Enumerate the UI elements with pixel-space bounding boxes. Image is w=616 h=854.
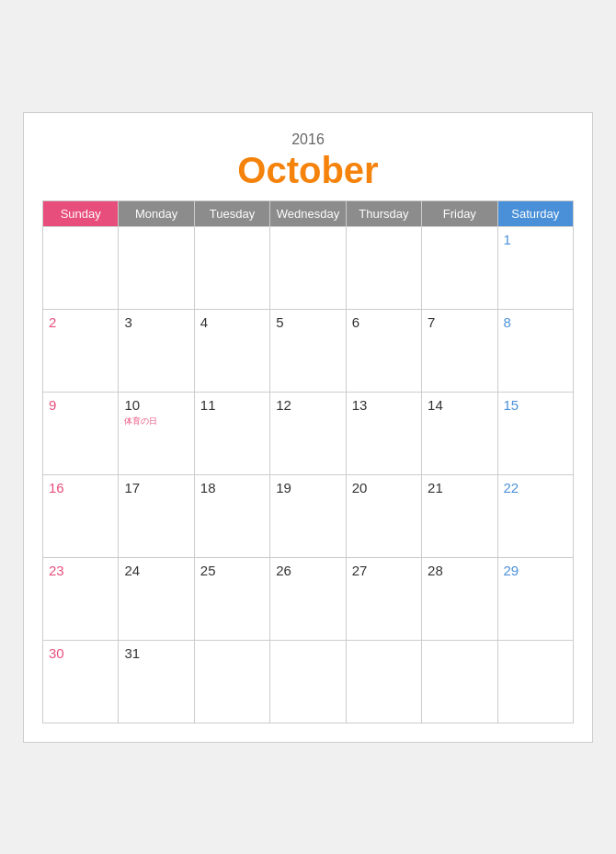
calendar-cell: 11 <box>194 392 269 474</box>
day-number: 26 <box>276 563 291 578</box>
day-number: 5 <box>276 314 283 330</box>
calendar-cell: 19 <box>270 474 346 557</box>
day-number: 3 <box>124 314 131 330</box>
weekday-header-sunday: Sunday <box>43 200 119 226</box>
day-number: 23 <box>49 563 64 578</box>
calendar-cell: 1 <box>497 226 573 309</box>
calendar-cell: 8 <box>497 309 573 392</box>
calendar-cell: 13 <box>346 392 421 474</box>
calendar-cell: 29 <box>497 557 573 640</box>
calendar-cell: 31 <box>119 640 194 723</box>
weekday-header-friday: Friday <box>422 200 497 226</box>
calendar-table: SundayMondayTuesdayWednesdayThursdayFrid… <box>42 200 574 723</box>
calendar-year: 2016 <box>42 131 574 148</box>
calendar-cell <box>194 226 269 309</box>
calendar-cell: 10体育の日 <box>119 392 194 474</box>
day-number: 30 <box>49 645 64 661</box>
calendar-cell: 24 <box>119 557 194 640</box>
day-number: 24 <box>124 563 140 578</box>
calendar-cell: 7 <box>422 309 497 392</box>
day-number: 31 <box>124 645 140 661</box>
weekday-header-saturday: Saturday <box>497 200 573 226</box>
day-number: 19 <box>276 480 291 495</box>
calendar-cell <box>422 640 497 723</box>
calendar-cell <box>422 226 497 309</box>
calendar-cell: 6 <box>346 309 421 392</box>
calendar-cell: 14 <box>422 392 497 474</box>
weekday-header-thursday: Thursday <box>346 200 421 226</box>
calendar-cell <box>346 640 421 723</box>
day-number: 18 <box>200 480 216 495</box>
day-number: 22 <box>504 480 519 495</box>
day-number: 16 <box>49 480 64 495</box>
weekday-header-wednesday: Wednesday <box>270 200 346 226</box>
day-number: 14 <box>428 397 443 413</box>
calendar-cell <box>43 226 119 309</box>
calendar-cell <box>346 226 421 309</box>
calendar-cell: 12 <box>270 392 346 474</box>
calendar-cell <box>194 640 269 723</box>
calendar-cell <box>270 226 346 309</box>
calendar-cell: 3 <box>119 309 194 392</box>
weekday-header-monday: Monday <box>119 200 194 226</box>
calendar-cell <box>497 640 573 723</box>
calendar-cell: 21 <box>422 474 497 557</box>
calendar-cell: 9 <box>43 392 119 474</box>
calendar-month: October <box>42 150 574 191</box>
day-number: 13 <box>352 397 368 413</box>
weekday-header-tuesday: Tuesday <box>194 200 269 226</box>
calendar-cell: 28 <box>422 557 497 640</box>
calendar-cell: 16 <box>43 474 119 557</box>
calendar-cell: 5 <box>270 309 346 392</box>
day-number: 10 <box>124 397 140 413</box>
holiday-label: 体育の日 <box>124 416 188 427</box>
calendar-cell: 22 <box>497 474 573 557</box>
day-number: 25 <box>200 563 216 578</box>
day-number: 17 <box>124 480 140 495</box>
day-number: 6 <box>352 314 359 330</box>
day-number: 27 <box>352 563 368 578</box>
day-number: 29 <box>504 563 519 578</box>
calendar-cell <box>119 226 194 309</box>
calendar-cell: 27 <box>346 557 421 640</box>
day-number: 11 <box>200 397 216 413</box>
day-number: 28 <box>428 563 443 578</box>
calendar-cell: 18 <box>194 474 269 557</box>
day-number: 8 <box>504 314 511 330</box>
day-number: 20 <box>352 480 368 495</box>
day-number: 12 <box>276 397 291 413</box>
day-number: 15 <box>504 397 519 413</box>
day-number: 2 <box>49 314 56 330</box>
day-number: 21 <box>428 480 443 495</box>
calendar-cell: 26 <box>270 557 346 640</box>
calendar-cell: 30 <box>43 640 119 723</box>
calendar-cell: 25 <box>194 557 269 640</box>
calendar-cell: 20 <box>346 474 421 557</box>
calendar-cell: 23 <box>43 557 119 640</box>
day-number: 9 <box>49 397 56 413</box>
day-number: 1 <box>504 232 511 247</box>
calendar: 2016 October SundayMondayTuesdayWednesda… <box>23 112 593 743</box>
calendar-cell: 2 <box>43 309 119 392</box>
calendar-cell: 15 <box>497 392 573 474</box>
day-number: 7 <box>428 314 435 330</box>
calendar-cell: 4 <box>194 309 269 392</box>
calendar-cell <box>270 640 346 723</box>
day-number: 4 <box>200 314 208 330</box>
calendar-cell: 17 <box>119 474 194 557</box>
